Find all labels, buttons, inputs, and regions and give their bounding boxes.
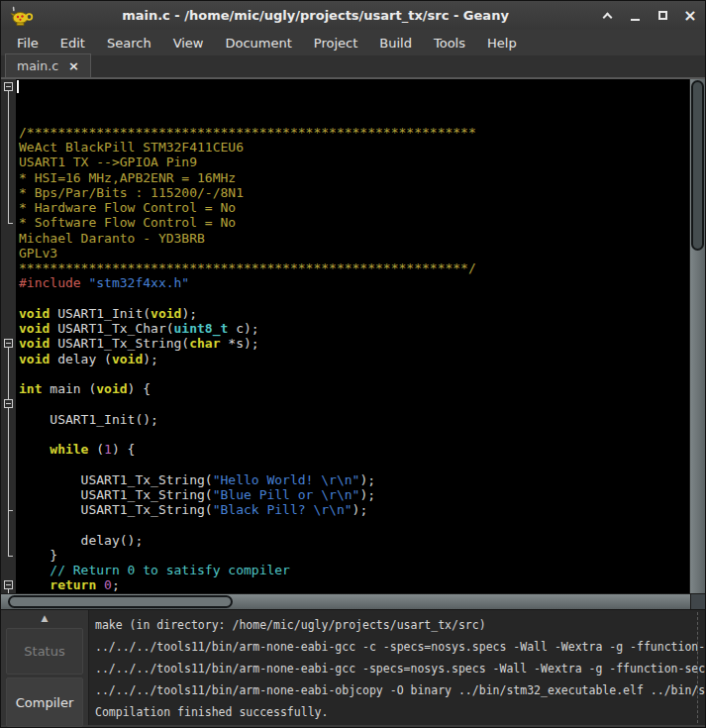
code-line — [19, 366, 689, 381]
menu-document[interactable]: Document — [214, 32, 302, 54]
menu-project[interactable]: Project — [303, 32, 368, 54]
code-line — [19, 427, 689, 442]
menu-build[interactable]: Build — [368, 32, 423, 54]
code-line: USART1_Tx_String("Hello World! \r\n"); — [19, 472, 689, 487]
compiler-output-line: ../../../tools11/bin/arm-none-eabi-gcc -… — [95, 636, 705, 658]
code-line: * HSI=16 MHz,APB2ENR = 16MHz — [19, 170, 689, 185]
compiler-output-line: Compilation finished successfully. — [95, 701, 705, 723]
horizontal-scrollbar-thumb[interactable] — [8, 595, 233, 608]
code-line: * Software Flow Control = No — [19, 215, 689, 230]
code-line: void USART1_Tx_Char(uint8_t c); — [19, 321, 689, 336]
code-line — [19, 457, 689, 471]
code-line: WeAct BlackPill STM32F411CEU6 — [19, 140, 689, 155]
message-panel: ▲ StatusCompiler ▼ make (in directory: /… — [1, 609, 705, 725]
code-line: #include "stm32f4xx.h" — [19, 275, 689, 290]
document-tab-main.c[interactable]: main.c× — [5, 53, 91, 77]
shade-button[interactable] — [601, 8, 613, 24]
code-view[interactable]: /***************************************… — [16, 79, 689, 593]
code-line — [19, 291, 689, 306]
menubar: FileEditSearchViewDocumentProjectBuildTo… — [1, 30, 705, 55]
code-line — [19, 517, 689, 532]
code-line: return 0; — [19, 577, 689, 592]
message-tabs: StatusCompiler — [6, 625, 83, 727]
tab-close-icon[interactable]: × — [68, 58, 79, 73]
fold-end-tick — [8, 223, 13, 224]
code-line: void USART1_Tx_String(char *s); — [19, 336, 689, 351]
close-button[interactable]: × — [684, 8, 696, 24]
code-line: void USART1_Init(void); — [19, 306, 689, 321]
titlebar[interactable]: main.c - /home/mic/ugly/projects/usart_t… — [1, 1, 705, 30]
menu-edit[interactable]: Edit — [50, 32, 96, 54]
code-line: USART1_Init(); — [19, 412, 689, 427]
code-line: delay(); — [19, 533, 689, 548]
text-caret — [17, 80, 19, 93]
code-line: USART1_Tx_String("Blue Pill or \r\n"); — [19, 487, 689, 502]
compiler-output-line: ../../../tools11/bin/arm-none-eabi-gcc -… — [95, 658, 705, 679]
window-title: main.c - /home/mic/ugly/projects/usart_t… — [38, 8, 593, 23]
menu-search[interactable]: Search — [96, 32, 162, 54]
message-tab-compiler[interactable]: Compiler — [6, 677, 83, 727]
fold-collapse-icon[interactable] — [4, 339, 13, 348]
fold-collapse-icon[interactable] — [4, 399, 13, 408]
code-line: int main (void) { — [19, 381, 689, 396]
horizontal-scrollbar[interactable] — [1, 593, 705, 609]
window-bottom-border — [1, 725, 705, 727]
compiler-output[interactable]: make (in directory: /home/mic/ugly/proje… — [88, 610, 705, 725]
code-line: void delay (void); — [19, 352, 689, 366]
vertical-scrollbar-thumb[interactable] — [691, 80, 704, 251]
code-line: } — [19, 548, 689, 563]
fold-end-tick — [8, 510, 13, 511]
code-line: // Return 0 to satisfy compiler — [19, 563, 689, 577]
menu-tools[interactable]: Tools — [423, 32, 476, 54]
code-line: USART1_Tx_String("Black Pill? \r\n"); — [19, 502, 689, 517]
message-panel-sidebar: ▲ StatusCompiler ▼ — [1, 610, 88, 725]
code-line: GPLv3 — [19, 246, 689, 260]
maximize-button[interactable] — [656, 8, 668, 24]
code-line: * Bps/Par/Bits : 115200/-/8N1 — [19, 185, 689, 200]
code-line: Michael Daranto - YD3BRB — [19, 231, 689, 246]
fold-collapse-icon[interactable] — [4, 580, 13, 589]
fold-margin[interactable] — [1, 79, 16, 593]
menu-help[interactable]: Help — [476, 32, 528, 54]
compiler-output-line: ../../../tools11/bin/arm-none-eabi-objco… — [95, 679, 705, 701]
scroll-up-icon[interactable]: ▲ — [42, 612, 49, 625]
geany-lamp-icon — [10, 4, 34, 28]
code-line: * Hardware Flow Control = No — [19, 200, 689, 215]
window-controls: × — [601, 8, 696, 24]
minimize-button[interactable] — [629, 8, 641, 24]
code-line — [19, 396, 689, 411]
geany-window: main.c - /home/mic/ugly/projects/usart_t… — [0, 0, 706, 728]
fold-end-tick — [8, 556, 13, 557]
message-tab-status[interactable]: Status — [6, 628, 83, 675]
compiler-output-line: make (in directory: /home/mic/ugly/proje… — [95, 614, 705, 636]
code-line: while (1) { — [19, 442, 689, 457]
vertical-scrollbar[interactable] — [689, 79, 705, 593]
message-area-divider — [697, 612, 698, 723]
editor-area: /***************************************… — [1, 79, 705, 593]
tabbar: main.c× — [1, 55, 705, 79]
menu-view[interactable]: View — [162, 32, 215, 54]
tab-label: main.c — [17, 58, 58, 73]
menu-file[interactable]: File — [6, 32, 50, 54]
scrollbar-corner — [690, 594, 705, 609]
fold-guide-line — [8, 348, 9, 556]
fold-guide-line — [8, 91, 9, 223]
code-line: /***************************************… — [19, 125, 689, 140]
fold-collapse-icon[interactable] — [4, 82, 13, 91]
code-line: ****************************************… — [19, 260, 689, 275]
code-line: USART1 TX -->GPIOA Pin9 — [19, 155, 689, 169]
